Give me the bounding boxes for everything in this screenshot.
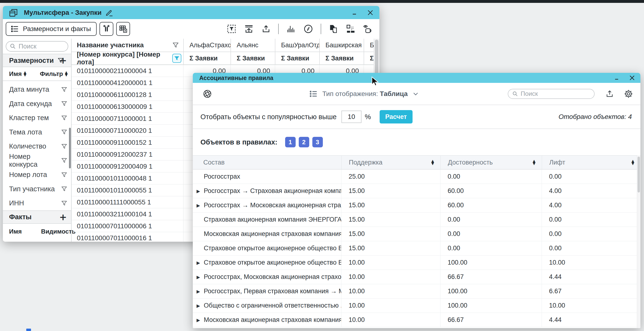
column-metric[interactable]: Σ Заявки [231,52,275,65]
rule-row[interactable]: ▶ Росгосстрах → Московская акционерная с… [193,198,640,213]
row-key-cell[interactable]: 0101100000711000020 1 [72,125,183,136]
column-name[interactable]: Башкирская ст [320,39,364,52]
rule-row[interactable]: ▶ Общество с ограниченной ответственност… [193,298,640,313]
rule-size-button[interactable]: 3 [312,137,323,147]
main-close-button[interactable] [366,9,374,17]
rule-row[interactable]: ▶ Росгосстрах 25.00 0.00 0.00 [193,170,640,184]
column-width-button[interactable] [100,22,113,36]
grid-column[interactable]: Баш Σ Заявки [364,39,374,65]
row-key-cell[interactable]: 0101100001011000055 1 [72,184,183,196]
header-confidence[interactable]: Достоверность ▲▼ [440,156,542,169]
main-minimize-button[interactable] [351,9,358,16]
row-key-cell[interactable]: 0101100000912000409 1 [72,160,183,172]
filter-icon[interactable] [60,200,68,207]
dimension-item[interactable]: Дата секунда [3,97,71,111]
dimensions-facts-button[interactable]: Размерности и факты [6,22,97,36]
column-metric[interactable]: Σ Заявки [364,52,374,65]
add-dimension-button[interactable]: + [59,56,67,65]
dialog-minimize-button[interactable] [614,75,620,81]
row-key-cell[interactable]: 0101100000613000009 1 [72,101,183,113]
add-fact-button[interactable]: + [59,213,67,222]
calculate-button[interactable]: Расчет [380,110,413,124]
rule-row[interactable]: ▶ Росгосстрах → Страховая акционерная ко… [193,184,640,198]
dialog-search[interactable] [508,89,594,99]
row-header-title-cell[interactable]: Название участника [72,39,183,52]
view-type-dropdown[interactable]: Тип отображения: Таблица [309,89,419,98]
row-key-cell[interactable]: 0101100000611000128 1 [72,89,183,101]
filter-selection-icon[interactable] [227,24,237,34]
rule-row[interactable]: ▶ Страховая акционерная компания ЭНЕРГОГ… [193,213,640,227]
rule-row[interactable]: ▶ Страховое открытое акционерное обществ… [193,241,640,255]
dimension-item[interactable]: Количество [3,139,71,154]
filter-icon[interactable] [60,86,68,93]
header-lift[interactable]: Лифт ▲▼ [542,156,640,169]
filter-icon[interactable] [60,157,68,164]
compass-icon[interactable] [303,24,314,34]
row-header-formula-cell[interactable]: [Номер конкурса] [Номер лота] [72,52,183,65]
filter-icon[interactable] [60,185,68,192]
expand-icon[interactable]: ▶ [193,184,204,198]
grid-column[interactable]: Альянс Σ Заявки [230,39,275,65]
table-settings-button[interactable] [116,22,130,36]
header-support[interactable]: Поддержка ▲▼ [341,156,440,169]
dialog-export-icon[interactable] [605,89,614,98]
row-key-cell[interactable]: 0101100000211000004 1 [72,65,183,77]
watch-icon[interactable] [363,24,373,34]
rule-row[interactable]: ▶ Московская акционерная страховая компа… [193,227,640,241]
column-metric[interactable]: Σ Заявки [184,52,230,65]
sort-by-filter[interactable]: Фильтр ▲▼ [40,70,68,78]
filter-icon[interactable] [60,129,68,136]
dialog-scrollbar-thumb[interactable] [638,157,640,192]
rule-row[interactable]: ▶ Росгосстрах, Московская акционерная ст… [193,270,640,284]
column-name[interactable]: Баш [364,39,374,52]
row-key-cell[interactable]: 0101100001011000048 1 [72,172,183,184]
layout-structure-icon[interactable] [346,24,356,34]
sidebar-search-input[interactable] [18,43,64,50]
filter-icon[interactable] [60,100,68,107]
row-key-cell[interactable]: 0101100001111000055 1 [72,196,183,208]
chart-icon[interactable] [286,24,296,34]
rule-size-button[interactable]: 1 [285,137,296,147]
column-name[interactable]: Альянс [231,39,275,52]
expand-icon[interactable]: ▶ [193,198,204,212]
dialog-close-button[interactable] [628,74,636,82]
filter-icon[interactable] [60,114,68,122]
row-key-cell[interactable]: 0101100003211000104 1 [72,208,183,220]
row-key-cell[interactable]: 0101100000412000001 1 [72,77,183,89]
popularity-threshold-input[interactable] [342,111,362,123]
dimension-item[interactable]: Дата минута [3,82,71,97]
sidebar-scrollbar-thumb[interactable] [69,128,71,168]
column-metric[interactable]: Σ Заявки [320,52,364,65]
dimension-item[interactable]: Номер конкурса [3,154,71,168]
dimension-item[interactable]: ИНН [3,196,71,210]
expand-icon[interactable]: ▶ [193,270,204,284]
expand-icon[interactable]: ▶ [193,298,204,313]
import-data-icon[interactable] [244,24,254,34]
filter-icon[interactable] [60,171,68,178]
dimension-item[interactable]: Тема лота [3,125,71,139]
grid-column[interactable]: АльфаСтрахова Σ Заявки [183,39,230,65]
export-icon[interactable] [261,24,271,34]
gear-icon[interactable] [624,89,633,99]
expand-icon[interactable]: ▶ [193,255,204,270]
copy-icon[interactable] [328,24,338,34]
rule-size-button[interactable]: 2 [299,137,309,147]
dimension-item[interactable]: Номер лота [3,168,71,182]
edit-title-icon[interactable] [105,8,114,17]
row-key-cell[interactable]: 0101100000912000237 1 [72,149,183,160]
filter-icon[interactable] [60,143,68,150]
column-metric[interactable]: Σ Заявки [275,52,319,65]
rule-row[interactable]: ▶ Страховое открытое акционерное обществ… [193,255,640,270]
rule-row[interactable]: ▶ Росгосстрах, Первая страховая компания… [193,284,640,298]
dialog-titlebar[interactable]: Ассоциативные правила [193,73,640,83]
main-titlebar[interactable]: Мультисфера - Закупки [3,6,380,19]
dimension-item[interactable]: Тип участника [3,182,71,196]
active-filter-button[interactable] [172,54,181,63]
row-key-cell[interactable]: 0101100007011000006 1 [72,220,183,232]
dialog-scrollbar[interactable] [637,155,640,328]
grid-column[interactable]: БашУралОтдел Σ Заявки [275,39,319,65]
expand-icon[interactable]: ▶ [193,313,204,327]
row-key-cell[interactable]: 0101100000911000152 1 [72,137,183,148]
dialog-search-input[interactable] [521,90,590,97]
column-name[interactable]: АльфаСтрахова [184,39,230,52]
